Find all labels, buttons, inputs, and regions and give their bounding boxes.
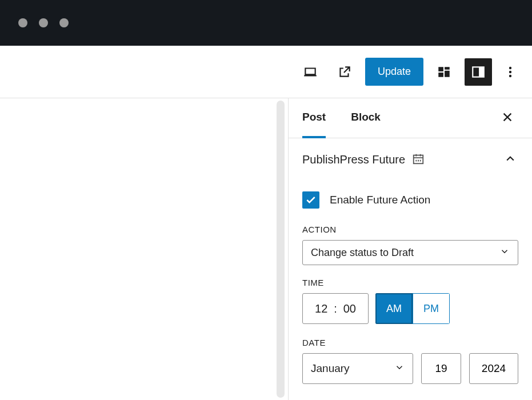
traffic-light-minimize[interactable] <box>39 18 48 27</box>
close-icon <box>501 111 514 123</box>
editor-toolbar: Update <box>0 46 532 98</box>
svg-rect-1 <box>479 67 484 77</box>
close-sidebar-button[interactable] <box>497 106 518 130</box>
traffic-light-close[interactable] <box>18 18 27 27</box>
enable-future-action-label: Enable Future Action <box>330 194 430 206</box>
action-select[interactable]: Change status to Draft <box>302 240 518 265</box>
time-label: Time <box>302 278 518 287</box>
svg-point-3 <box>509 70 511 73</box>
panel-body: Enable Future Action Action Change statu… <box>289 177 532 389</box>
sidebar-icon <box>471 65 486 79</box>
am-button[interactable]: AM <box>375 293 413 324</box>
month-select[interactable]: January <box>302 353 413 384</box>
date-row: January <box>302 353 518 384</box>
external-link-icon <box>337 65 352 79</box>
columns-icon <box>437 65 451 79</box>
action-label: Action <box>302 225 518 234</box>
kebab-icon <box>509 65 512 79</box>
time-colon: : <box>334 302 337 315</box>
settings-sidebar-button[interactable] <box>465 58 492 86</box>
enable-future-action-row: Enable Future Action <box>302 191 518 209</box>
minute-input[interactable] <box>342 302 358 315</box>
checkmark-icon <box>305 194 317 206</box>
external-link-button[interactable] <box>331 58 358 86</box>
ampm-toggle: AM PM <box>375 293 450 324</box>
sidebar-tabs: Post Block <box>289 98 532 138</box>
pm-button[interactable]: PM <box>413 293 450 324</box>
traffic-light-zoom[interactable] <box>59 18 69 27</box>
more-options-button[interactable] <box>499 58 522 86</box>
chevron-up-icon <box>505 153 516 165</box>
update-button[interactable]: Update <box>365 58 423 86</box>
list-view-button[interactable] <box>430 58 458 86</box>
chevron-down-icon <box>499 246 510 259</box>
editor-canvas[interactable] <box>0 98 277 400</box>
panel-title: PublishPress Future <box>302 153 405 166</box>
editor-layout: Post Block PublishPress Future Enable Fu… <box>0 98 532 400</box>
enable-future-action-checkbox[interactable] <box>302 191 319 209</box>
tab-post[interactable]: Post <box>302 98 326 138</box>
settings-sidebar: Post Block PublishPress Future Enable Fu… <box>288 98 532 400</box>
svg-point-4 <box>509 74 511 77</box>
svg-rect-5 <box>414 155 423 163</box>
hour-input[interactable] <box>313 302 329 315</box>
chevron-down-icon <box>394 362 405 375</box>
window-titlebar <box>0 0 532 46</box>
month-value: January <box>311 362 350 375</box>
time-row: : AM PM <box>302 293 518 324</box>
date-label: Date <box>302 338 518 347</box>
calendar-icon <box>412 153 425 167</box>
tab-block[interactable]: Block <box>351 98 381 138</box>
panel-header[interactable]: PublishPress Future <box>289 138 532 177</box>
preview-desktop-button[interactable] <box>297 58 324 86</box>
svg-point-2 <box>509 66 511 69</box>
scrollbar[interactable] <box>277 101 285 398</box>
day-input[interactable] <box>421 353 461 384</box>
time-input-box: : <box>302 293 369 324</box>
action-select-value: Change status to Draft <box>311 247 414 259</box>
collapse-panel-button[interactable] <box>502 151 518 169</box>
year-input[interactable] <box>469 353 518 384</box>
laptop-icon <box>303 65 318 79</box>
